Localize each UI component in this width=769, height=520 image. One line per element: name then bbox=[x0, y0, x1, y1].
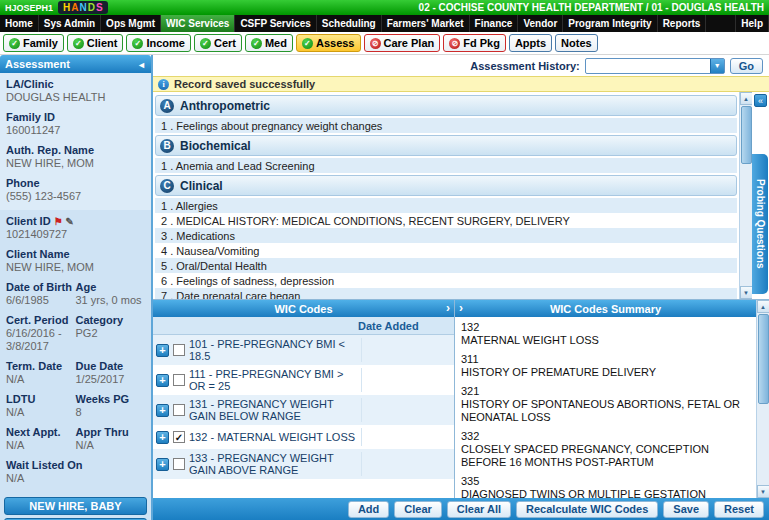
expand-code-icon[interactable] bbox=[156, 458, 169, 471]
expand-code-icon[interactable] bbox=[156, 404, 169, 417]
go-button[interactable]: Go bbox=[730, 58, 763, 74]
nav-item[interactable]: Home bbox=[0, 15, 39, 32]
family-member-buttons: NEW HIRE, BABY NEW HIRE, FOSTER bbox=[0, 492, 151, 520]
wic-codes-summary-panel: WIC Codes Summary 132 MATERNAL WEIGHT LO… bbox=[455, 300, 756, 498]
family-info-section: LA/Clinic DOUGLAS HEALTH Family ID 16001… bbox=[0, 73, 151, 210]
main-nav: Home Sys Admin Ops Mgmt WIC Services CSF… bbox=[0, 15, 769, 32]
nav-item[interactable]: WIC Services bbox=[161, 15, 235, 32]
code-checkbox[interactable] bbox=[173, 404, 185, 416]
collapse-panel-icon[interactable] bbox=[754, 94, 767, 107]
tab[interactable]: Income bbox=[126, 34, 191, 52]
assessment-question[interactable]: 1 . Feelings about pregnancy weight chan… bbox=[155, 118, 737, 133]
field-label: Age bbox=[76, 281, 144, 294]
expand-code-icon[interactable] bbox=[156, 374, 169, 387]
code-checkbox[interactable] bbox=[173, 374, 185, 386]
summary-description: CLOSELY SPACED PREGNANCY, CONCEPTION BEF… bbox=[461, 443, 750, 469]
family-member-button[interactable]: NEW HIRE, BABY bbox=[4, 497, 147, 515]
wic-codes-panel: WIC Codes Date Added 101 - PRE-PREGNANCY bbox=[153, 300, 455, 498]
wic-codes-list: 101 - PRE-PREGNANCY BMI < 18.5 111 - PRE… bbox=[153, 335, 454, 498]
tab-label: Income bbox=[146, 37, 185, 49]
tab-label: Fd Pkg bbox=[463, 37, 500, 49]
nav-item[interactable]: Farmers' Market bbox=[382, 15, 470, 32]
code-checkbox[interactable] bbox=[173, 431, 185, 443]
sidebar-field-pair: Date of Birth 6/6/1985 Age 31 yrs, 0 mos bbox=[6, 281, 145, 307]
assessment-history-select[interactable] bbox=[585, 58, 725, 74]
sidebar-field: Family ID 160011247 bbox=[6, 111, 145, 137]
tab-status-icon bbox=[200, 38, 211, 49]
tab[interactable]: Assess bbox=[296, 34, 361, 52]
code-checkbox[interactable] bbox=[173, 458, 185, 470]
expand-code-icon[interactable] bbox=[156, 344, 169, 357]
sidebar-field-pair: Cert. Period 6/16/2016 - 3/8/2017 Catego… bbox=[6, 314, 145, 353]
summary-scrollbar[interactable] bbox=[756, 300, 769, 498]
assessment-question[interactable]: 1 . Anemia and Lead Screening bbox=[155, 158, 737, 173]
assessment-question[interactable]: 4 . Nausea/Vomiting bbox=[155, 243, 737, 258]
code-checkbox[interactable] bbox=[173, 344, 185, 356]
assessment-question[interactable]: 2 . MEDICAL HISTORY: MEDICAL CONDITIONS,… bbox=[155, 213, 737, 228]
tab[interactable]: Appts bbox=[509, 34, 552, 52]
tab-label: Notes bbox=[561, 37, 592, 49]
assessment-question[interactable]: 5 . Oral/Dental Health bbox=[155, 258, 737, 273]
wic-code-row: 111 - PRE-PREGNANCY BMI > OR = 25 bbox=[153, 365, 454, 395]
section-header-biochemical[interactable]: B Biochemical bbox=[155, 135, 737, 156]
record-tab-bar: Family Client Income Cert Med bbox=[0, 32, 769, 55]
scroll-up-icon[interactable] bbox=[757, 300, 769, 313]
nav-item[interactable]: Help bbox=[735, 15, 769, 32]
scroll-up-icon[interactable] bbox=[740, 92, 753, 105]
client-alert-icon bbox=[54, 215, 63, 228]
scroll-down-icon[interactable] bbox=[740, 286, 753, 299]
tab[interactable]: Med bbox=[245, 34, 293, 52]
nav-item[interactable]: Sys Admin bbox=[39, 15, 101, 32]
assessment-question[interactable]: 7 . Date prenatal care began bbox=[155, 288, 737, 299]
logo-letter: A bbox=[71, 3, 78, 13]
tab[interactable]: Family bbox=[3, 34, 64, 52]
status-message: Record saved successfully bbox=[174, 78, 315, 90]
tab[interactable]: Notes bbox=[555, 34, 598, 52]
action-button[interactable]: Save bbox=[663, 501, 709, 518]
action-button[interactable]: Clear bbox=[394, 501, 442, 518]
action-button[interactable]: Recalculate WIC Codes bbox=[516, 501, 658, 518]
chevron-down-icon[interactable] bbox=[710, 59, 724, 73]
nav-item[interactable]: Vendor bbox=[518, 15, 563, 32]
tab-status-icon bbox=[449, 38, 460, 49]
field-value: N/A bbox=[76, 439, 144, 452]
tab[interactable]: Cert bbox=[194, 34, 242, 52]
action-button[interactable]: Add bbox=[348, 501, 389, 518]
assessment-question[interactable]: 6 . Feelings of sadness, depression bbox=[155, 273, 737, 288]
nav-item[interactable]: Ops Mgmt bbox=[101, 15, 161, 32]
field-value: DOUGLAS HEALTH bbox=[6, 91, 145, 104]
assessment-scrollbar[interactable] bbox=[739, 92, 752, 299]
scroll-down-icon[interactable] bbox=[757, 485, 769, 498]
tab[interactable]: Care Plan bbox=[364, 34, 441, 52]
probing-questions-tab[interactable]: Probing Questions bbox=[752, 154, 768, 294]
assessment-question[interactable]: 3 . Medications bbox=[155, 228, 737, 243]
collapse-sidebar-icon[interactable] bbox=[137, 58, 146, 70]
section-header-clinical[interactable]: C Clinical bbox=[155, 175, 737, 196]
nav-item[interactable]: Finance bbox=[470, 15, 519, 32]
tab[interactable]: Fd Pkg bbox=[443, 34, 506, 52]
tab-label: Client bbox=[87, 37, 118, 49]
expand-panel-icon[interactable] bbox=[446, 301, 450, 315]
assessment-question[interactable]: 1 . Allergies bbox=[155, 198, 737, 213]
expand-summary-icon[interactable] bbox=[459, 301, 463, 315]
action-button[interactable]: Clear All bbox=[447, 501, 511, 518]
field-label: Next Appt. bbox=[6, 426, 74, 439]
scroll-thumb[interactable] bbox=[741, 106, 752, 164]
summary-description: HISTORY OF SPONTANEOUS ABORTIONS, FETAL … bbox=[461, 398, 750, 424]
assessment-history-row: Assessment History: Go bbox=[153, 55, 769, 76]
edit-client-icon[interactable] bbox=[66, 215, 74, 228]
nav-item[interactable]: Reports bbox=[658, 15, 707, 32]
nav-item[interactable]: Scheduling bbox=[317, 15, 382, 32]
nav-item[interactable]: CSFP Services bbox=[235, 15, 316, 32]
field-value: N/A bbox=[6, 472, 145, 485]
tab[interactable]: Client bbox=[67, 34, 124, 52]
scroll-thumb[interactable] bbox=[758, 314, 769, 404]
wic-codes-row: WIC Codes Date Added 101 - PRE-PREGNANCY bbox=[153, 300, 769, 498]
field-value: NEW HIRE, MOM bbox=[6, 261, 145, 274]
nav-item[interactable]: Program Integrity bbox=[563, 15, 657, 32]
section-header-anthropometric[interactable]: A Anthropometric bbox=[155, 95, 737, 116]
expand-code-icon[interactable] bbox=[156, 431, 169, 444]
wic-code-row: 132 - MATERNAL WEIGHT LOSS bbox=[153, 425, 454, 449]
action-button[interactable]: Reset bbox=[714, 501, 764, 518]
client-id-field: Client ID 1021409727 bbox=[6, 215, 145, 241]
